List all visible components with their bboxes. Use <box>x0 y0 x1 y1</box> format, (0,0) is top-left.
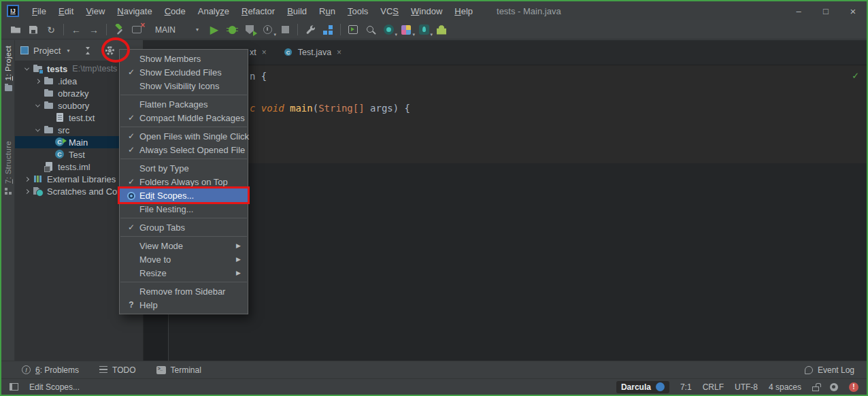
tool-button-event-log[interactable]: Event Log <box>805 365 854 375</box>
code-line-3: c void main(String[] args) { <box>250 103 410 114</box>
database-icon[interactable]: ▾ <box>415 22 433 38</box>
sync-icon[interactable]: ↻ <box>42 22 60 38</box>
sonar-analysis-icon[interactable]: ▾ <box>380 22 397 38</box>
save-icon[interactable] <box>24 22 42 38</box>
forward-icon[interactable]: → <box>85 22 103 38</box>
tool-button-project[interactable]: 1: Project <box>1 46 15 91</box>
debug-icon[interactable] <box>223 22 241 38</box>
menu-label-part: dit <box>65 6 74 16</box>
color-tiles-icon[interactable]: ▾ <box>397 22 415 38</box>
plugin-puzzle-icon[interactable] <box>433 22 450 38</box>
chevron-down-icon[interactable] <box>31 104 44 108</box>
chevron-right-icon[interactable] <box>31 80 44 83</box>
theme-switcher-widget[interactable]: Darcula <box>616 381 669 393</box>
collapse-all-icon[interactable] <box>84 46 93 55</box>
menu-code[interactable]: Code <box>158 6 192 16</box>
lock-icon[interactable] <box>812 386 819 391</box>
menu-item-file-nesting[interactable]: File Nesting... <box>120 202 248 216</box>
annotation-red-circle <box>101 37 130 63</box>
menu-navigate[interactable]: Navigate <box>111 6 158 16</box>
menu-label-part: e <box>224 6 229 16</box>
tab-test-java[interactable]: Test.java × <box>278 40 347 65</box>
caret-position[interactable]: 7:1 <box>680 382 692 392</box>
menu-window[interactable]: Window <box>405 6 448 16</box>
menu-item-show-members[interactable]: Show Members <box>120 52 248 65</box>
menu-item-help[interactable]: ?Help <box>120 298 248 312</box>
menu-item-view-mode[interactable]: View Mode▶ <box>120 239 248 252</box>
menu-item-label: Remove from Sidebar <box>139 286 241 297</box>
maximize-button[interactable]: □ <box>812 1 839 20</box>
menu-analyze[interactable]: Analyze <box>192 6 235 16</box>
chevron-down-icon[interactable] <box>31 129 44 132</box>
run-button[interactable]: ▶ <box>205 22 223 38</box>
menu-tools[interactable]: Tools <box>341 6 374 16</box>
chevron-right-icon[interactable] <box>20 190 33 193</box>
highlighting-level-icon[interactable] <box>830 383 838 391</box>
chevron-down-icon[interactable]: ▾ <box>67 48 69 54</box>
search-everywhere-icon[interactable] <box>362 22 380 38</box>
minimize-button[interactable]: – <box>785 1 812 20</box>
run-disabled-icon[interactable] <box>128 22 146 38</box>
menu-vcs[interactable]: VCS <box>374 6 405 16</box>
inspections-ok-check-icon[interactable]: ✓ <box>852 68 858 84</box>
menu-item-open-files-with-single-click[interactable]: ✓Open Files with Single Click <box>120 129 248 143</box>
tool-window-toggle-icon[interactable] <box>10 383 18 391</box>
menu-run[interactable]: Run <box>313 6 341 16</box>
menu-build[interactable]: Build <box>281 6 313 16</box>
bottom-tool-bar: ! 6: Problems TODO Terminal Event Log <box>1 361 867 378</box>
run-anything-icon[interactable] <box>344 22 362 38</box>
project-panel-title[interactable]: Project <box>33 46 61 56</box>
folder-icon <box>44 76 54 86</box>
menu-refactor[interactable]: Refactor <box>235 6 281 16</box>
libs-icon <box>33 174 44 184</box>
close-icon[interactable]: × <box>262 48 267 57</box>
open-icon[interactable] <box>7 22 24 38</box>
menu-view[interactable]: View <box>80 6 111 16</box>
menu-bar: FileEditViewNavigateCodeAnalyzeRefactorB… <box>26 5 479 17</box>
project-structure-icon[interactable] <box>319 22 337 38</box>
menu-item-label: Show Members <box>139 54 241 64</box>
menu-item-show-excluded-files[interactable]: ✓Show Excluded Files <box>120 65 248 79</box>
menu-help[interactable]: Help <box>448 6 479 16</box>
tool-button-problems[interactable]: ! 6: Problems <box>22 365 79 375</box>
menu-item-compact-middle-packages[interactable]: ✓Compact Middle Packages <box>120 111 248 125</box>
file-icon <box>54 112 65 123</box>
tool-button-structure[interactable]: 7: Structure <box>1 141 15 195</box>
chevron-right-icon[interactable] <box>20 178 33 181</box>
menu-file[interactable]: File <box>26 6 52 16</box>
menu-edit[interactable]: Edit <box>52 6 80 16</box>
menu-item-edit-scopes[interactable]: Edit Scopes... <box>120 188 248 202</box>
build-hammer-icon[interactable] <box>110 22 128 38</box>
settings-wrench-icon[interactable] <box>301 22 319 38</box>
code-editor[interactable]: n {c void main(String[] args) { ✓ <box>144 65 867 163</box>
coverage-icon[interactable] <box>241 22 258 38</box>
line-ending[interactable]: CRLF <box>703 382 724 392</box>
run-configuration-select[interactable]: MAIN ▾ <box>146 25 205 35</box>
tree-item-label: tests <box>47 64 67 74</box>
chevron-down-icon[interactable] <box>20 67 33 71</box>
stop-button[interactable] <box>276 22 294 38</box>
menu-separator <box>120 159 247 159</box>
file-encoding[interactable]: UTF-8 <box>735 382 758 392</box>
menu-item-move-to[interactable]: Move to▶ <box>120 252 248 266</box>
tool-button-terminal[interactable]: Terminal <box>156 365 201 375</box>
menu-item-group-tabs[interactable]: ✓Group Tabs <box>120 220 248 234</box>
menu-item-flatten-packages[interactable]: Flatten Packages <box>120 97 248 111</box>
error-notification-badge[interactable]: ! <box>849 382 858 392</box>
close-icon[interactable]: × <box>337 48 341 57</box>
tool-button-todo[interactable]: TODO <box>99 365 135 375</box>
menu-item-remove-from-sidebar[interactable]: Remove from Sidebar <box>120 284 248 298</box>
hammer-glyph <box>114 24 125 35</box>
toolbar-separator <box>106 24 107 35</box>
menu-item-sort-by-type[interactable]: Sort by Type <box>120 161 248 175</box>
back-icon[interactable]: ← <box>67 22 85 38</box>
menu-item-show-visibility-icons[interactable]: Show Visibility Icons <box>120 79 248 93</box>
tab-test-txt-partial[interactable]: xt × <box>244 40 272 65</box>
menu-label-part: R <box>241 6 248 16</box>
profiler-icon[interactable]: ▾ <box>258 22 276 38</box>
menu-item-always-select-opened-file[interactable]: ✓Always Select Opened File <box>120 143 248 156</box>
indent-setting[interactable]: 4 spaces <box>769 382 801 392</box>
menu-item-resize[interactable]: Resize▶ <box>120 266 248 280</box>
menu-item-folders-always-on-top[interactable]: ✓Folders Always on Top <box>120 175 248 188</box>
close-button[interactable]: × <box>839 1 867 20</box>
